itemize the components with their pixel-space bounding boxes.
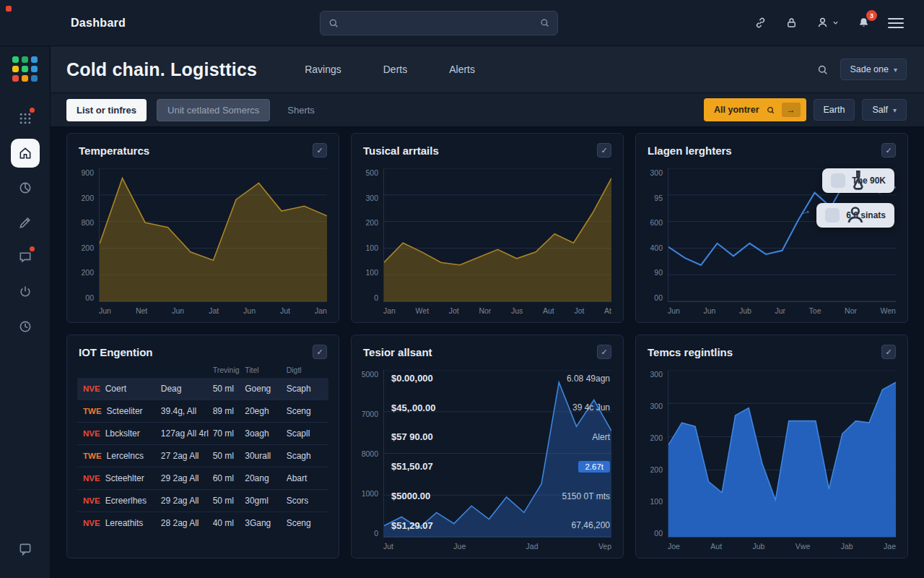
sidebar-item-edit[interactable] xyxy=(11,208,40,237)
card-iot-engention: IOT Engention ✓ TrevinigTitelDigtlNVECoe… xyxy=(66,335,339,558)
card-tusical-arrtails: Tusical arrtails ✓ 5003002001001000 JanW… xyxy=(351,133,624,323)
card-checkbox[interactable]: ✓ xyxy=(313,143,327,158)
sidebar-item-home[interactable] xyxy=(11,139,40,168)
sidebar-item-power[interactable] xyxy=(11,277,40,306)
chevron-down-icon: ▾ xyxy=(893,106,897,114)
nav-item-ravings[interactable]: Ravings xyxy=(305,64,341,75)
salf-dropdown[interactable]: Salf ▾ xyxy=(862,99,907,121)
sherts-tab[interactable]: Sherts xyxy=(287,105,315,116)
x-axis: JutJueJadVep xyxy=(383,538,611,552)
card-title: Tesior allsant xyxy=(363,346,432,358)
plot-area xyxy=(383,168,611,302)
topbar-search[interactable] xyxy=(320,11,558,35)
iot-table: TrevinigTitelDigtlNVECoertDeag50 mlGoeng… xyxy=(67,364,339,558)
search-icon xyxy=(766,105,775,115)
logo-dot xyxy=(12,75,19,82)
list-filter-button[interactable]: List or tinfres xyxy=(66,99,147,121)
logo-dot xyxy=(12,66,19,72)
flask-icon xyxy=(831,173,845,188)
table-row[interactable]: NVELbckslter127ag All 4rl70 ml3oaghScapl… xyxy=(77,423,328,445)
card-checkbox[interactable]: ✓ xyxy=(597,345,611,359)
card-checkbox[interactable]: ✓ xyxy=(881,345,896,359)
value-row: $51,50.072.67t xyxy=(391,461,610,473)
arrow-icon: → xyxy=(782,103,801,117)
card-title: Temperaturcs xyxy=(79,144,149,157)
llagen-chart: 300956004009000 The 90K xyxy=(636,163,907,322)
power-icon xyxy=(18,285,32,299)
y-axis: 5003002001001000 xyxy=(356,168,383,302)
user-icon xyxy=(825,208,840,223)
app-title: Cold chain. Logisttics xyxy=(66,59,257,80)
app-root: Dashbard 3 xyxy=(0,0,924,578)
x-axis: JunNetJunJatJunJutJan xyxy=(99,302,327,316)
table-row[interactable]: NVECoertDeag50 mlGoengScaph xyxy=(77,378,328,400)
sidebar-item-messages[interactable] xyxy=(11,243,40,272)
value-row: $57 90.00Alert xyxy=(391,431,610,442)
card-checkbox[interactable]: ✓ xyxy=(881,143,896,158)
lock-button[interactable] xyxy=(783,14,800,31)
nav-item-alerts[interactable]: Alerts xyxy=(449,64,475,75)
table-row[interactable]: NVELereathits28 2ag All40 ml3GangSceng xyxy=(77,512,328,534)
chevron-down-icon: ▾ xyxy=(894,66,897,74)
y-axis: 30030020020010000 xyxy=(640,370,668,538)
user-menu-button[interactable] xyxy=(814,14,841,31)
pencil-icon xyxy=(18,215,32,230)
nav-item-derts[interactable]: Derts xyxy=(383,64,407,75)
logo-dot xyxy=(12,56,19,63)
temperatures-chart: 90020080020020000 JunNetJunJatJunJutJan xyxy=(67,163,339,322)
sidebar-item-apps[interactable] xyxy=(11,104,40,133)
table-row[interactable]: TWELercelncs27 2ag All50 ml30urallScagh xyxy=(77,445,328,467)
search-input[interactable] xyxy=(345,17,533,28)
clock-icon xyxy=(18,319,32,334)
pie-chart-icon xyxy=(18,181,32,195)
sidebar-item-analytics[interactable] xyxy=(11,173,40,202)
search-icon[interactable] xyxy=(816,64,829,76)
notification-dot xyxy=(6,6,12,12)
main-area: Cold chain. Logisttics Ravings Derts Ale… xyxy=(51,46,924,578)
home-icon xyxy=(18,146,32,160)
menu-button[interactable] xyxy=(886,17,905,30)
main-nav: Ravings Derts Alerts xyxy=(305,64,475,75)
page-title: Dashbard xyxy=(71,17,126,30)
plot-area xyxy=(99,168,327,302)
primary-action-button[interactable]: All yontrer → xyxy=(704,98,806,121)
table-header: TrevinigTitelDigtl xyxy=(77,364,328,378)
account-dropdown[interactable]: Sade one ▾ xyxy=(840,59,907,80)
alert-dot xyxy=(30,108,35,113)
value-row: $45,.00.0039 4c Jun xyxy=(391,402,610,413)
sidebar-item-history[interactable] xyxy=(11,312,40,341)
dashboard-grid: Temperaturcs ✓ 90020080020020000 JunNetJ… xyxy=(51,127,924,578)
card-checkbox[interactable]: ✓ xyxy=(313,345,327,359)
card-title: Tusical arrtails xyxy=(363,144,439,157)
tusical-chart: 5003002001001000 JanWetJotNorJusAutJotAt xyxy=(352,163,623,322)
sidebar-item-support[interactable] xyxy=(11,535,40,564)
account-label: Sade one xyxy=(850,64,889,74)
card-title: IOT Engention xyxy=(79,346,153,358)
topbar-actions: 3 xyxy=(752,14,905,31)
plot-area xyxy=(668,370,896,538)
table-row[interactable]: NVEScteehlter29 2ag All60 ml20angAbart xyxy=(77,467,328,490)
table-row[interactable]: NVEEcreerlhes29 2ag All50 ml30gmlScors xyxy=(77,490,328,512)
logo-dot xyxy=(22,56,28,63)
y-axis: 300956004009000 xyxy=(640,168,668,302)
chat-icon xyxy=(18,250,32,264)
card-checkbox[interactable]: ✓ xyxy=(597,143,611,158)
table-row[interactable]: TWEScteeliter39.4g, All89 ml20eghSceng xyxy=(77,400,328,423)
grid-icon xyxy=(18,111,32,126)
link-button[interactable] xyxy=(752,14,769,31)
app-logo[interactable] xyxy=(12,56,38,82)
chart-tooltip: 6.0 sinats xyxy=(816,203,894,228)
notification-badge: 3 xyxy=(866,10,877,21)
lock-icon xyxy=(785,16,798,30)
app-header: Cold chain. Logisttics Ravings Derts Ale… xyxy=(51,46,924,92)
notifications-button[interactable]: 3 xyxy=(855,14,872,31)
card-temcs-regintlins: Temcs regintlins ✓ 30030020020010000 Joe… xyxy=(635,335,908,558)
x-axis: JunJunJubJurToeNorWen xyxy=(668,302,896,316)
x-axis: JoeAutJubVweJabJae xyxy=(668,538,896,552)
logo-dot xyxy=(31,66,38,72)
chart-tooltip: The 90K xyxy=(822,168,894,193)
earth-button[interactable]: Earth xyxy=(814,99,855,121)
link-icon xyxy=(754,16,767,30)
topbar: Dashbard 3 xyxy=(0,0,924,46)
logo-dot xyxy=(31,56,38,63)
